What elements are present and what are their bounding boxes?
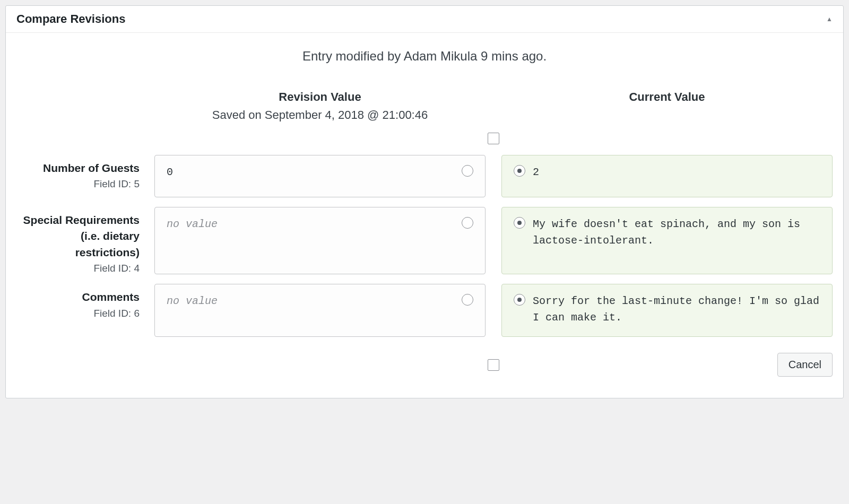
field-id-text: Field ID: 4: [16, 263, 140, 274]
panel-body: Entry modified by Adam Mikula 9 mins ago…: [6, 33, 843, 398]
field-id-text: Field ID: 5: [16, 178, 140, 190]
field-label: Number of Guests: [16, 160, 140, 176]
current-radio[interactable]: [514, 217, 525, 229]
compare-revisions-panel: Compare Revisions ▲ Entry modified by Ad…: [5, 5, 844, 398]
revision-value-box[interactable]: no value: [154, 284, 486, 337]
revision-value-text: no value: [167, 293, 473, 309]
field-label: Special Requirements (i.e. dietary restr…: [16, 212, 140, 260]
revision-value-text: 0: [167, 164, 473, 180]
current-value-text: Sorry for the last-minute change! I'm so…: [533, 293, 820, 326]
panel-header[interactable]: Compare Revisions ▲: [6, 6, 843, 33]
revision-column-header: Revision Value Saved on September 4, 201…: [154, 90, 486, 122]
revision-value-box[interactable]: 0: [154, 155, 486, 197]
revision-radio[interactable]: [462, 165, 473, 177]
current-column-title: Current Value: [501, 90, 833, 104]
current-value-text: My wife doesn't eat spinach, and my son …: [533, 216, 820, 249]
current-value-box[interactable]: 2: [501, 155, 833, 197]
revision-column-title: Revision Value: [154, 90, 486, 104]
current-value-text: 2: [533, 164, 820, 180]
current-radio[interactable]: [514, 165, 525, 177]
collapse-icon[interactable]: ▲: [826, 15, 833, 23]
field-label-area: Special Requirements (i.e. dietary restr…: [16, 207, 154, 274]
select-all-bottom-checkbox[interactable]: [488, 359, 499, 371]
cancel-button[interactable]: Cancel: [777, 353, 833, 377]
select-all-top-row: [16, 133, 833, 144]
select-all-top-checkbox[interactable]: [488, 133, 499, 144]
current-value-box[interactable]: Sorry for the last-minute change! I'm so…: [501, 284, 833, 337]
field-row: Number of GuestsField ID: 502: [16, 155, 833, 197]
field-label: Comments: [16, 289, 140, 305]
revision-radio[interactable]: [462, 217, 473, 229]
modified-by-text: Entry modified by Adam Mikula 9 mins ago…: [16, 49, 833, 64]
field-label-area: Number of GuestsField ID: 5: [16, 155, 154, 197]
field-label-area: CommentsField ID: 6: [16, 284, 154, 337]
current-value-box[interactable]: My wife doesn't eat spinach, and my son …: [501, 207, 833, 274]
current-column-header: Current Value: [501, 90, 833, 122]
revision-value-text: no value: [167, 216, 473, 232]
column-headers: Revision Value Saved on September 4, 201…: [16, 90, 833, 122]
field-row: CommentsField ID: 6no valueSorry for the…: [16, 284, 833, 337]
revision-value-box[interactable]: no value: [154, 207, 486, 274]
current-radio[interactable]: [514, 294, 525, 306]
panel-title: Compare Revisions: [16, 12, 125, 26]
revision-column-subtitle: Saved on September 4, 2018 @ 21:00:46: [154, 108, 486, 122]
field-row: Special Requirements (i.e. dietary restr…: [16, 207, 833, 274]
field-id-text: Field ID: 6: [16, 308, 140, 319]
bottom-row: Cancel: [16, 353, 833, 377]
